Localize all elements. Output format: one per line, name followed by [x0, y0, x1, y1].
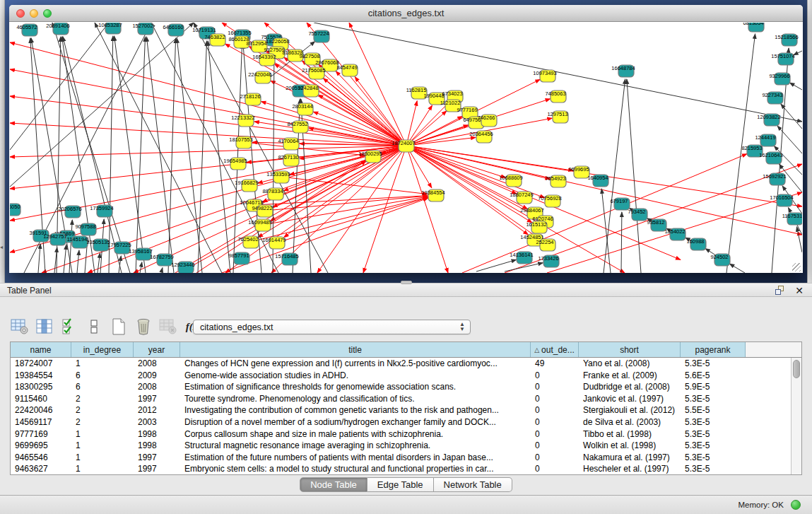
graph-node-20364456[interactable]: 20364456: [469, 131, 493, 143]
graph-node-16648784[interactable]: 16648784: [611, 65, 635, 77]
table-row[interactable]: 946362711997Embryonic stem cells: a mode…: [11, 463, 791, 474]
table-selector-dropdown[interactable]: citations_edges.txt ▲▼: [193, 320, 471, 334]
collapse-left-arrow-icon[interactable]: ◂: [0, 244, 3, 250]
table-mode-icon[interactable]: [10, 317, 29, 337]
graph-node-12942757[interactable]: 12942757: [43, 233, 66, 245]
graph-node-16914479[interactable]: 16914479: [262, 237, 286, 249]
graph-node-9857791[interactable]: 9857791: [228, 252, 249, 264]
table-row[interactable]: 911546021997Tourette syndrome. Phenomeno…: [11, 393, 791, 405]
graph-node-2718126[interactable]: 2718126: [240, 93, 261, 105]
table-row[interactable]: 2242004622012Investigating the contribut…: [11, 404, 791, 416]
graph-node-19654985[interactable]: 19654985: [223, 158, 247, 170]
right-panel-divider[interactable]: [807, 0, 812, 283]
delete-column-icon[interactable]: [134, 317, 153, 337]
graph-node-13505135[interactable]: 13505135: [86, 239, 110, 251]
graph-node-679197[interactable]: 679197: [610, 198, 630, 210]
table-row[interactable]: 969969511998Structural magnetic resonanc…: [11, 440, 791, 452]
graph-node-15751074[interactable]: 15751074: [771, 53, 794, 65]
graph-node-15692921[interactable]: 15692921: [763, 173, 786, 185]
graph-node-16543392[interactable]: 16543392: [252, 54, 276, 66]
graph-node-17016504[interactable]: 17016504: [770, 194, 793, 206]
scrollbar-thumb[interactable]: [793, 360, 800, 378]
graph-node-70756928[interactable]: 70756928: [538, 195, 561, 207]
graph-node-7625402[interactable]: 7625402: [237, 236, 259, 248]
row-height-icon[interactable]: [84, 317, 103, 337]
graph-node-4170064[interactable]: 4170064: [278, 138, 299, 150]
graph-node-17957225[interactable]: 17957225: [107, 242, 131, 254]
graph-node-8878334[interactable]: 8878334: [262, 188, 283, 200]
graph-node-10853287[interactable]: 10853287: [98, 23, 122, 34]
graph-node-16210643[interactable]: 16210643: [759, 152, 782, 164]
tab-edge-table[interactable]: Edge Table: [367, 477, 434, 492]
graph-node-1145194[interactable]: 1145194: [67, 236, 88, 248]
graph-node-12923446[interactable]: 12923446: [171, 262, 194, 273]
graph-node-2803144[interactable]: 2803144: [292, 103, 313, 115]
table-row[interactable]: 946554611997Estimation of the future num…: [11, 452, 791, 464]
window-titlebar[interactable]: citations_edges.txt: [9, 5, 803, 22]
graph-node-20206576[interactable]: 20206576: [58, 206, 81, 218]
graph-node-10688609[interactable]: 10688609: [499, 175, 522, 187]
column-header-year[interactable]: year: [134, 342, 180, 357]
graph-node-9329966[interactable]: 9329966: [769, 73, 790, 85]
table-row[interactable]: 1872400712008Changes of HCN gene express…: [11, 358, 791, 370]
tab-network-table[interactable]: Network Table: [434, 477, 512, 492]
column-header-name[interactable]: name: [11, 342, 71, 357]
column-header-title[interactable]: title: [180, 342, 531, 357]
graph-node-924502[interactable]: 924502: [710, 254, 730, 266]
graph-node-8454749[interactable]: 8454749: [336, 64, 358, 76]
float-panel-icon[interactable]: [775, 286, 785, 296]
left-panel-divider[interactable]: ◂: [0, 0, 5, 283]
panel-splitter-handle[interactable]: [401, 281, 412, 284]
graph-node-252254[interactable]: 252254: [536, 239, 555, 251]
graph-node-7463822[interactable]: 7463822: [204, 34, 225, 46]
column-header-out_de[interactable]: △out_de...: [531, 342, 579, 357]
graph-node-2016050[interactable]: 2016050: [10, 204, 20, 216]
network-canvas[interactable]: 4605572208914061085328715270026466160107…: [10, 23, 802, 273]
show-columns-icon[interactable]: [35, 317, 54, 337]
graph-node-13533593[interactable]: 13533593: [266, 171, 290, 183]
graph-node-1527002[interactable]: 1527002: [132, 23, 153, 35]
tab-node-table[interactable]: Node Table: [300, 477, 367, 492]
memory-status-indicator[interactable]: [791, 500, 801, 510]
graph-node-6466160[interactable]: 6466160: [163, 24, 184, 36]
graph-node-15218566[interactable]: 15218566: [775, 34, 798, 46]
graph-node-19166829[interactable]: 19166829: [235, 180, 258, 192]
table-row[interactable]: 977716911998Corpus callosum shape and si…: [11, 428, 791, 440]
table-row[interactable]: 1456911722003Disruption of a novel membe…: [11, 416, 791, 428]
graph-node-18107553[interactable]: 18107553: [229, 136, 252, 148]
graph-node-22420046[interactable]: 22420046: [248, 71, 271, 83]
graph-node-16782759[interactable]: 16782759: [150, 254, 173, 266]
graph-node-17359924[interactable]: 17359924: [90, 205, 113, 217]
graph-node-1733426[interactable]: 1733426: [538, 255, 559, 267]
column-header-short[interactable]: short: [579, 342, 681, 357]
graph-node-8267130[interactable]: 8267130: [278, 154, 299, 166]
graph-node-16099489[interactable]: 16099489: [248, 219, 271, 231]
graph-node-7557224[interactable]: 7557224: [308, 30, 329, 42]
table-row[interactable]: 1830029562008Estimation of significance …: [11, 381, 791, 393]
graph-node-1167531[interactable]: 1167531: [782, 213, 802, 225]
column-header-pagerank[interactable]: pagerank: [681, 342, 746, 357]
graph-node-10973493[interactable]: 10973493: [533, 70, 556, 82]
graph-node-15716485[interactable]: 15716485: [275, 253, 298, 265]
window-resize-grip[interactable]: [792, 263, 801, 271]
graph-node-935812[interactable]: 935812: [647, 219, 666, 231]
graph-node-20891406[interactable]: 20891406: [46, 23, 69, 35]
select-columns-icon[interactable]: [59, 317, 78, 337]
graph-node-12093822[interactable]: 12093822: [757, 114, 780, 126]
vertical-scrollbar[interactable]: [791, 358, 801, 474]
graph-node-9699695[interactable]: 9699695: [568, 166, 589, 178]
graph-node-7485063[interactable]: 7485063: [545, 90, 566, 103]
graph-node-19384554[interactable]: 19384554: [421, 189, 445, 201]
graph-node-9227343[interactable]: 9227343: [762, 92, 783, 104]
graph-node-4605572[interactable]: 4605572: [16, 24, 37, 36]
graph-node-160988[interactable]: 160988: [686, 238, 706, 250]
graph-node-793452[interactable]: 793452: [628, 209, 647, 221]
graph-node-13958167[interactable]: 13958167: [129, 248, 152, 260]
new-column-icon[interactable]: [109, 317, 128, 337]
graph-node-1297513[interactable]: 1297513: [547, 111, 568, 123]
graph-node-1640954[interactable]: 1640954: [587, 175, 608, 187]
graph-node-7654923[interactable]: 7654923: [545, 175, 566, 187]
column-header-in_degree[interactable]: in_degree: [71, 342, 134, 357]
close-panel-icon[interactable]: ✕: [795, 284, 804, 297]
graph-node-14136141[interactable]: 14136141: [510, 252, 533, 264]
